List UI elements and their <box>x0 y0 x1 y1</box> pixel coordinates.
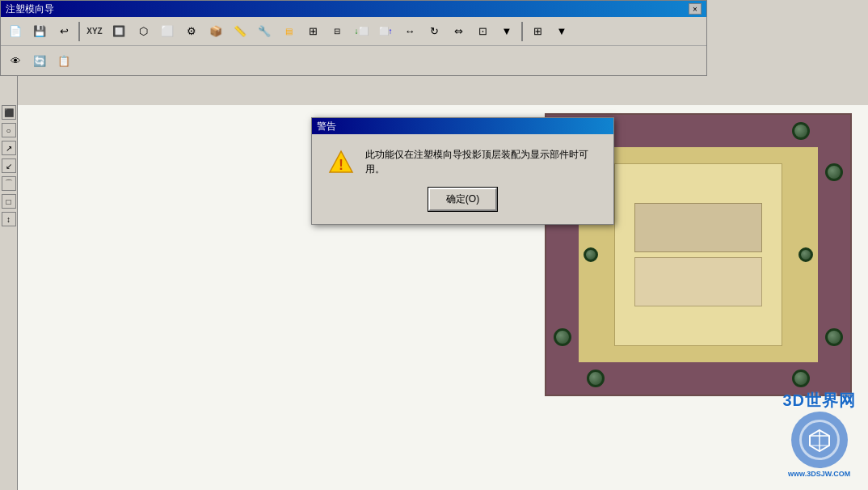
svg-text:!: ! <box>339 157 343 173</box>
tb-move[interactable]: ↔ <box>398 20 421 43</box>
toolbar-row1: 📄 💾 ↩ XYZ 🔲 ⬡ ⬜ ⚙ 📦 📏 🔧 ▤ ⊞ ⊟ ↓⬜ ⬜↑ ↔ ↻ … <box>1 17 706 46</box>
toolbar-window: 注塑模向导 × 📄 💾 ↩ XYZ 🔲 ⬡ ⬜ ⚙ 📦 📏 🔧 ▤ ⊞ ⊟ ↓⬜… <box>0 0 707 76</box>
alert-ok-button[interactable]: 确定(O) <box>428 188 497 211</box>
mold-slot-2 <box>634 257 761 306</box>
tb-refresh[interactable]: 🔄 <box>28 49 51 72</box>
tb-settings[interactable]: ⚙ <box>180 20 203 43</box>
alert-title: 警告 <box>317 120 336 133</box>
sidebar-tool-1[interactable]: ⬛ <box>2 105 16 120</box>
tb-clip[interactable]: 📋 <box>53 49 75 72</box>
tb-rotate[interactable]: ↻ <box>423 20 445 43</box>
tb-xyz[interactable]: XYZ <box>83 20 106 43</box>
mold-slot-1 <box>634 203 761 252</box>
sep2 <box>521 22 523 41</box>
toolbar-close-button[interactable]: × <box>689 3 702 15</box>
tb-measure[interactable]: 📏 <box>229 20 251 43</box>
alert-content-row: ! 此功能仅在注塑模向导投影顶层装配为显示部件时可用。 <box>328 147 597 176</box>
cube-icon <box>807 428 832 452</box>
sidebar-tool-4[interactable]: ↙ <box>2 158 16 173</box>
screw-bottom-left <box>587 370 605 387</box>
sidebar-tool-7[interactable]: ↕ <box>2 212 16 226</box>
tb-more2[interactable]: ▼ <box>550 20 573 43</box>
sep1 <box>78 22 80 41</box>
watermark: 3D世界网 www.3DS <box>782 390 856 478</box>
tb-undo[interactable]: ↩ <box>53 20 75 43</box>
screw-right-top <box>825 163 843 181</box>
tb-mirror[interactable]: ⇔ <box>447 20 470 43</box>
tb-3dview[interactable]: 🔲 <box>107 20 130 43</box>
watermark-brand-text: 3D世界网 <box>782 390 856 412</box>
app-background: ⬛ ○ ↗ ↙ ⌒ □ ↕ 注塑模向导 × 📄 💾 ↩ XYZ 🔲 ⬡ ⬜ ⚙ … <box>0 0 868 490</box>
toolbar-title: 注塑模向导 <box>6 2 54 16</box>
tb-more1[interactable]: ▼ <box>495 20 518 43</box>
mold-center-part <box>614 163 782 346</box>
watermark-url: www.3DSJW.COM <box>788 470 850 478</box>
tb-pattern[interactable]: ⊞ <box>301 20 324 43</box>
mold-inner <box>579 147 818 362</box>
alert-titlebar: 警告 <box>312 118 613 134</box>
alert-dialog: 警告 ! 此功能仅在注塑模向导投影顶层装配为显示部件时可用。 确定(O) <box>311 117 614 225</box>
tb-new[interactable]: 📄 <box>4 20 27 43</box>
tb-fit[interactable]: ⊡ <box>471 20 494 43</box>
sidebar-tool-6[interactable]: □ <box>2 194 16 209</box>
tb-import[interactable]: ↓⬜ <box>350 20 373 43</box>
toolbar-titlebar: 注塑模向导 × <box>1 1 706 17</box>
sidebar-tool-3[interactable]: ↗ <box>2 141 16 155</box>
tb-box[interactable]: 📦 <box>204 20 227 43</box>
screw-left-bottom <box>554 328 571 346</box>
tb-save[interactable]: 💾 <box>28 20 51 43</box>
tb-eye[interactable]: 👁 <box>4 49 27 72</box>
tb-layers[interactable]: ▤ <box>277 20 300 43</box>
warning-icon: ! <box>328 149 354 175</box>
watermark-logo-inner <box>799 420 840 460</box>
tb-grid[interactable]: ⊞ <box>526 20 549 43</box>
screw-face-left <box>584 247 598 262</box>
screw-face-right <box>798 247 813 262</box>
tb-array[interactable]: ⊟ <box>326 20 348 43</box>
tb-component[interactable]: ⬡ <box>132 20 154 43</box>
alert-body: ! 此功能仅在注塑模向导投影顶层装配为显示部件时可用。 确定(O) <box>312 134 613 224</box>
toolbar-row2: 👁 🔄 📋 <box>1 46 706 75</box>
alert-message: 此功能仅在注塑模向导投影顶层装配为显示部件时可用。 <box>365 147 597 176</box>
tb-export[interactable]: ⬜↑ <box>374 20 397 43</box>
tb-tool[interactable]: 🔧 <box>253 20 276 43</box>
watermark-logo-circle <box>791 412 848 468</box>
sidebar-tool-2[interactable]: ○ <box>2 123 16 137</box>
screw-bottom-right <box>792 370 810 387</box>
tb-assembly[interactable]: ⬜ <box>156 20 179 43</box>
screw-right-bottom <box>825 328 843 346</box>
screw-top-right <box>792 122 810 140</box>
sidebar-tool-5[interactable]: ⌒ <box>2 176 16 191</box>
